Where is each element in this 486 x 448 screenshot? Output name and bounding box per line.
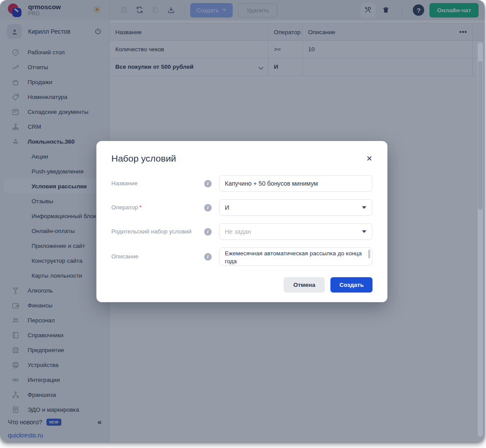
scrollbar-thumb[interactable]	[478, 61, 482, 210]
info-icon[interactable]: i	[204, 253, 212, 261]
field-label: Оператор*	[111, 204, 196, 212]
condition-set-modal: Набор условий ✕ НазваниеiОператор*iИРоди…	[96, 141, 387, 302]
Родительский набор условий-select[interactable]: Не задан	[219, 223, 372, 240]
chevron-down-icon	[362, 230, 366, 233]
close-icon[interactable]: ✕	[366, 153, 372, 162]
modal-actions: Отмена Создать	[111, 277, 372, 293]
field-row-0: Названиеi	[111, 175, 372, 192]
field-row-3: ОписаниеiЕжемесячная автоматическая расс…	[111, 247, 372, 266]
submit-create-button[interactable]: Создать	[330, 277, 372, 293]
app-window: qrmoscow PRO Кирилл Рестов Рабочий столО…	[0, 0, 485, 442]
textarea-scrollbar-thumb[interactable]	[368, 250, 370, 258]
info-icon[interactable]: i	[204, 180, 212, 187]
Название-input[interactable]	[219, 175, 372, 192]
vertical-scrollbar[interactable]	[478, 42, 483, 437]
modal-title: Набор условий	[111, 153, 176, 164]
info-icon[interactable]: i	[204, 204, 212, 212]
Описание-textarea[interactable]: Ежемесячная автоматическая рассылка до к…	[219, 247, 372, 266]
Оператор-select[interactable]: И	[219, 199, 372, 216]
chevron-down-icon	[362, 206, 366, 209]
text-input[interactable]	[225, 180, 367, 187]
field-label: Родительский набор условий	[111, 228, 196, 236]
modal-fields: НазваниеiОператор*iИРодительский набор у…	[111, 175, 372, 266]
field-label: Описание	[111, 253, 196, 261]
info-icon[interactable]: i	[204, 228, 212, 236]
field-label: Название	[111, 180, 196, 187]
field-row-2: Родительский набор условийiНе задан	[111, 223, 372, 240]
field-row-1: Оператор*iИ	[111, 199, 372, 216]
cancel-button[interactable]: Отмена	[284, 277, 325, 293]
